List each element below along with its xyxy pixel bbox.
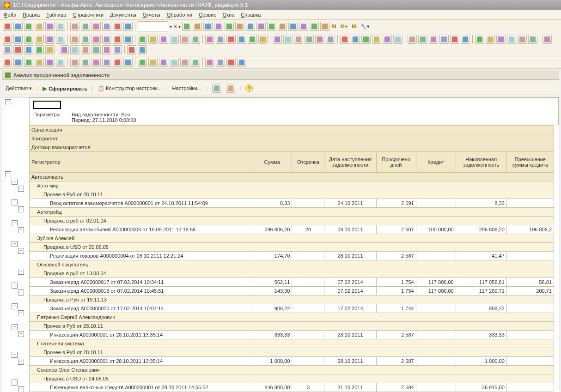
tree-collapse-node[interactable]: −: [18, 227, 24, 233]
tree-collapse-node[interactable]: −: [12, 179, 18, 185]
tree-collapse-node[interactable]: −: [18, 331, 24, 337]
table-row[interactable]: Прочее в Руб от 28.10.11: [30, 190, 554, 199]
toolbar-button[interactable]: [24, 45, 33, 54]
menu-файл[interactable]: Файл: [4, 12, 16, 18]
table-row[interactable]: Автотрейд: [30, 208, 554, 217]
toolbar-button[interactable]: [13, 35, 23, 44]
table-row[interactable]: Продажа в руб от 02.01.04: [30, 217, 554, 225]
toolbar-button[interactable]: [45, 45, 55, 54]
toolbar-button[interactable]: [180, 58, 189, 67]
calc-M-[interactable]: M-: [350, 24, 359, 29]
toolbar-button[interactable]: [383, 35, 392, 44]
toolbar-button[interactable]: [237, 58, 246, 67]
toolbar-button[interactable]: [340, 35, 349, 44]
toolbar-button[interactable]: [246, 22, 255, 31]
tree-collapse-node[interactable]: −: [12, 352, 18, 358]
table-row[interactable]: Реализация товаров А000000004 от 28.10.2…: [30, 252, 554, 260]
toolbar-button[interactable]: [225, 22, 234, 31]
tree-collapse-node[interactable]: −: [18, 310, 24, 316]
calc-M[interactable]: M: [331, 24, 338, 29]
toolbar-button[interactable]: [170, 35, 179, 44]
toolbar-button[interactable]: [216, 58, 225, 67]
toolbar-button[interactable]: [418, 35, 427, 44]
tree-collapse-node[interactable]: −: [12, 324, 18, 330]
tree-collapse-node[interactable]: −: [5, 99, 11, 105]
toolbar-button[interactable]: [475, 35, 484, 44]
toolbar-button[interactable]: [191, 58, 200, 67]
toolbar-button[interactable]: [496, 35, 506, 44]
toolbar-button[interactable]: [205, 35, 214, 44]
table-row[interactable]: Заказ-наряд А000000018 от 07.02.2014 10:…: [30, 287, 554, 296]
toolbar-button[interactable]: [45, 35, 55, 44]
toolbar-button[interactable]: [273, 35, 282, 44]
toolbar-button[interactable]: [170, 58, 179, 67]
toolbar-button[interactable]: [3, 45, 12, 54]
toolbar-button[interactable]: [70, 45, 79, 54]
toolbar-button[interactable]: [35, 45, 44, 54]
toolbar-button[interactable]: [299, 22, 308, 31]
wrench-icon[interactable]: 🔧▾: [360, 24, 370, 30]
table-row[interactable]: Реализация автомобилей А000000008 от 18.…: [30, 225, 554, 234]
toolbar-button[interactable]: [81, 58, 90, 67]
table-row[interactable]: Автозапчасть: [30, 173, 554, 181]
toolbar-button[interactable]: [226, 58, 236, 67]
toolbar-button[interactable]: [214, 22, 223, 31]
toolbar-button[interactable]: [138, 35, 147, 44]
toolbar-button[interactable]: [70, 58, 79, 67]
toolbar-button[interactable]: [3, 22, 12, 31]
actions-menu[interactable]: Действия ▾: [6, 85, 32, 91]
toolbar-button[interactable]: [35, 35, 44, 44]
constructor-button[interactable]: 📋 Конструктор настроек...: [98, 85, 162, 91]
action-icon-2[interactable]: [226, 84, 235, 93]
toolbar-button[interactable]: [294, 35, 303, 44]
menu-окна[interactable]: Окна: [223, 12, 235, 18]
toolbar-button[interactable]: [102, 45, 111, 54]
table-row[interactable]: Прочее в Руб от 28.10.11: [30, 348, 554, 357]
toolbar-button[interactable]: [3, 35, 12, 44]
toolbar-button[interactable]: [127, 45, 136, 54]
toolbar-button[interactable]: [13, 45, 23, 54]
tree-collapse-node[interactable]: −: [12, 220, 18, 226]
tree-collapse-node[interactable]: −: [18, 248, 24, 254]
toolbar-button[interactable]: [159, 35, 168, 44]
menu-документы[interactable]: Документы: [110, 12, 136, 18]
toolbar-button[interactable]: [148, 35, 158, 44]
toolbar-button[interactable]: [113, 35, 122, 44]
toolbar-button[interactable]: [24, 58, 33, 67]
toolbar-button[interactable]: [123, 58, 133, 67]
toolbar-button[interactable]: [237, 35, 246, 44]
toolbar-button[interactable]: [429, 35, 438, 44]
toolbar-button[interactable]: [450, 35, 459, 44]
toolbar-button[interactable]: [205, 58, 214, 67]
table-row[interactable]: Продажа в USD от 24.08.05: [30, 374, 554, 383]
toolbar-button[interactable]: [203, 22, 213, 31]
toolbar-button[interactable]: [148, 58, 158, 67]
toolbar-button[interactable]: [461, 35, 470, 44]
table-row[interactable]: Авто мир: [30, 181, 554, 190]
table-row[interactable]: Продажа в USD от 20.06.05: [30, 243, 554, 252]
toolbar-button[interactable]: [60, 45, 69, 54]
table-row[interactable]: Ввод остатков взаиморасчетов А000000001 …: [30, 199, 554, 208]
toolbar-button[interactable]: [91, 22, 101, 31]
toolbar-button[interactable]: [113, 22, 122, 31]
toolbar-button[interactable]: [235, 22, 244, 31]
toolbar-button[interactable]: [305, 35, 314, 44]
toolbar-button[interactable]: [408, 35, 417, 44]
toolbar-button[interactable]: [393, 35, 402, 44]
settings-button[interactable]: Настройки...: [172, 85, 201, 91]
tree-collapse-node[interactable]: −: [18, 206, 24, 212]
toolbar-button[interactable]: [191, 35, 200, 44]
toolbar-button[interactable]: [24, 22, 33, 31]
toolbar-button[interactable]: [81, 45, 90, 54]
toolbar-button[interactable]: [24, 35, 33, 44]
report-area[interactable]: −−−−−−−−−−−−−−−−−−−−− Параметры: Вид зад…: [2, 97, 559, 392]
toolbar-button[interactable]: [216, 35, 225, 44]
menu-справочники[interactable]: Справочники: [73, 12, 104, 18]
toolbar-button[interactable]: [182, 22, 191, 31]
toolbar-button[interactable]: [372, 35, 381, 44]
help-icon[interactable]: ?: [245, 84, 253, 92]
table-row[interactable]: Платежная система: [30, 339, 554, 348]
toolbar-button[interactable]: [102, 22, 111, 31]
table-row[interactable]: Соколов Олег Степанович: [30, 366, 554, 374]
toolbar-button[interactable]: [439, 35, 449, 44]
